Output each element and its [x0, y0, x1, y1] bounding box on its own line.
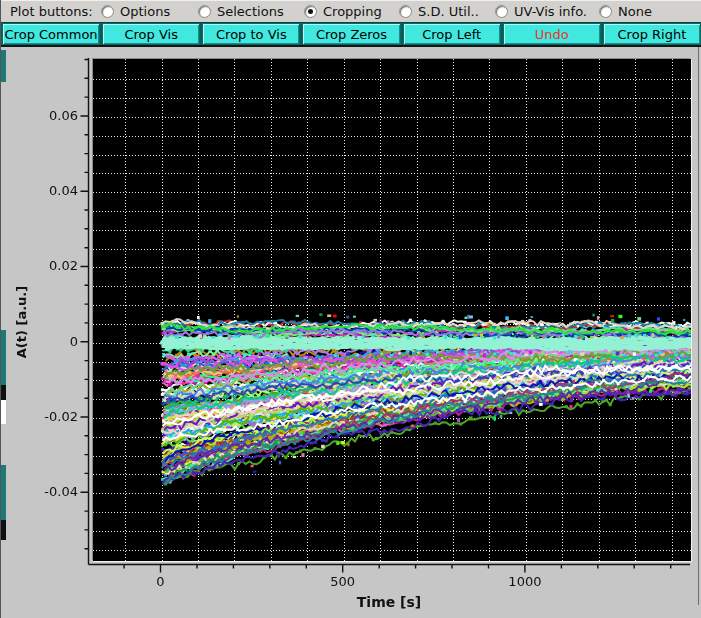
plot-buttons-bar: Plot buttons: Options Selections Croppin…	[1, 0, 701, 22]
app-window: Plot buttons: Options Selections Croppin…	[0, 0, 701, 618]
crop-zeros-button[interactable]: Crop Zeros	[302, 23, 400, 45]
radio-button-icon[interactable]	[198, 5, 211, 18]
plot-area[interactable]	[92, 58, 690, 560]
left-edge-strip-segment	[1, 330, 6, 385]
radio-button-icon[interactable]	[599, 5, 612, 18]
plot-buttons-label: Plot buttons:	[10, 4, 93, 19]
crop-vis-button[interactable]: Crop Vis	[102, 23, 200, 45]
y-tick-label: -0.02	[44, 409, 78, 424]
crop-right-button[interactable]: Crop Right	[603, 23, 701, 45]
left-edge-strip-segment	[1, 400, 6, 424]
left-edge-strip-segment	[1, 465, 6, 520]
x-tick-label: 0	[131, 574, 191, 589]
radio-label: S.D. Util..	[418, 4, 479, 19]
y-tick-label: 0.02	[49, 258, 78, 273]
plot-region: 0.060.040.020-0.02-0.0405001000 Time [s]…	[1, 47, 701, 618]
x-tick-label: 1000	[495, 574, 555, 589]
kinetics-plot-canvas[interactable]	[93, 59, 691, 561]
x-axis-title: Time [s]	[289, 594, 489, 610]
radio-button-icon[interactable]	[495, 5, 508, 18]
crop-common-button[interactable]: Crop Common	[2, 23, 100, 45]
radio-button-icon[interactable]	[101, 5, 114, 18]
crop-toolbar: Crop Common Crop Vis Crop to Vis Crop Ze…	[1, 22, 701, 47]
radio-button-icon[interactable]	[399, 5, 412, 18]
radio-label: UV-Vis info.	[514, 4, 587, 19]
crop-to-vis-button[interactable]: Crop to Vis	[202, 23, 300, 45]
y-tick-label: 0.04	[49, 183, 78, 198]
y-tick-label: 0.06	[49, 108, 78, 123]
radio-button-icon[interactable]	[304, 5, 317, 18]
y-axis-title: A(t) [a.u.]	[14, 281, 30, 363]
left-edge-strip-segment	[1, 50, 6, 82]
frame-border-line	[698, 47, 699, 605]
x-tick-label: 500	[313, 574, 373, 589]
undo-button[interactable]: Undo	[503, 23, 601, 45]
crop-left-button[interactable]: Crop Left	[403, 23, 501, 45]
left-edge-strip-segment	[1, 385, 6, 400]
y-tick-label: -0.04	[44, 484, 78, 499]
y-tick-label: 0	[70, 334, 78, 349]
radio-label: Options	[120, 4, 170, 19]
radio-label: Selections	[217, 4, 284, 19]
radio-label: None	[618, 4, 652, 19]
radio-label: Cropping	[323, 4, 382, 19]
left-edge-strip-segment	[1, 520, 6, 540]
